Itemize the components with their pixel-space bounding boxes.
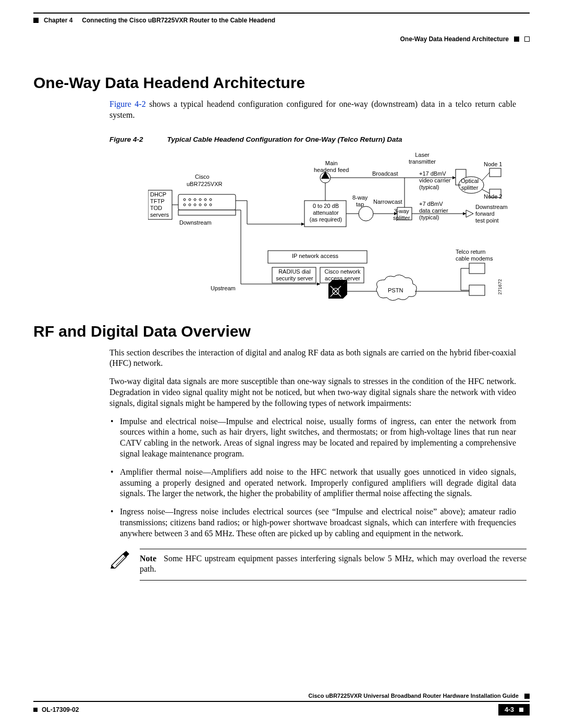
label-model: uBR7225VXR bbox=[187, 181, 223, 188]
page-footer: Cisco uBR7225VXR Universal Broadband Rou… bbox=[33, 693, 530, 715]
section2-para1: This section describes the interaction o… bbox=[109, 348, 516, 369]
svg-rect-1 bbox=[178, 194, 236, 210]
label-video-carrier: +17 dBmV video carrier (typical) bbox=[419, 170, 451, 191]
svg-rect-2 bbox=[178, 210, 236, 215]
header-square-outline-icon bbox=[524, 36, 530, 42]
svg-point-23 bbox=[359, 206, 373, 221]
label-node2: Node 2 bbox=[484, 193, 502, 200]
svg-line-33 bbox=[482, 172, 489, 181]
footer-white-square-icon bbox=[519, 708, 523, 712]
header-square-icon bbox=[33, 18, 39, 23]
figure-reference-link[interactable]: Figure 4-2 bbox=[109, 100, 146, 108]
note-block: NoteSome HFC upstream equipment passes i… bbox=[109, 549, 527, 581]
header-section-title: One-Way Data Headend Architecture bbox=[400, 35, 509, 43]
header-square-icon bbox=[514, 36, 519, 42]
footer-square-icon bbox=[524, 694, 530, 699]
bullet-impulse: Impulse and electrical noise—Impulse and… bbox=[109, 416, 516, 460]
footer-square-icon bbox=[33, 708, 38, 712]
note-text: Some HFC upstream equipment passes inter… bbox=[140, 554, 527, 574]
section1-body: Figure 4-2 shows a typical headend confi… bbox=[109, 99, 516, 121]
section2-body: This section describes the interaction o… bbox=[109, 348, 516, 539]
label-data-carrier: +7 dBmV data carrier (typical) bbox=[419, 201, 448, 221]
figure-number: Figure 4-2 bbox=[109, 135, 143, 143]
section2-para2: Two-way digital data signals are more su… bbox=[109, 376, 516, 409]
label-main-feed: Main headend feed bbox=[314, 160, 349, 174]
label-telco-modems: Telco return cable modems bbox=[456, 249, 493, 262]
bullet-amplifier: Amplifier thermal noise—Amplifiers add n… bbox=[109, 467, 516, 499]
bullet-ingress: Ingress noise—Ingress noise includes ele… bbox=[109, 507, 516, 539]
chapter-number: Chapter 4 bbox=[44, 17, 72, 24]
figure-title: Typical Cable Headend Configuration for … bbox=[167, 135, 402, 143]
label-narrowcast: Narrowcast bbox=[373, 199, 402, 205]
label-attenuator: 0 to 20 dB attenuator (as required) bbox=[307, 203, 345, 224]
label-tap: 8-way tap bbox=[352, 194, 368, 208]
section-heading-oneway: One-Way Data Headend Architecture bbox=[33, 74, 530, 92]
label-node1: Node 1 bbox=[484, 161, 502, 168]
label-laser: Laser transmitter bbox=[409, 152, 436, 165]
page-number-box: 4-3 bbox=[498, 704, 530, 715]
svg-line-34 bbox=[482, 189, 489, 193]
label-broadcast: Broadcast bbox=[372, 170, 398, 177]
page-header: Chapter 4 Connecting the Cisco uBR7225VX… bbox=[33, 13, 530, 24]
figure-diagram: Cisco uBR7225VXR DHCP TFTP TOD servers D… bbox=[148, 149, 503, 305]
svg-rect-48 bbox=[469, 263, 485, 274]
label-cisco-access: Cisco network access server bbox=[322, 268, 363, 282]
label-downstream: Downstream bbox=[179, 219, 212, 226]
footer-book-title: Cisco uBR7225VXR Universal Broadband Rou… bbox=[309, 693, 519, 699]
label-optical-splitter: Optical splitter bbox=[461, 178, 479, 191]
label-upstream: Upstream bbox=[211, 285, 236, 292]
label-cisco: Cisco bbox=[195, 174, 210, 180]
section1-para1-rest: shows a typical headend configuration co… bbox=[109, 100, 516, 119]
label-fwd-test: Downstream forward test point bbox=[475, 204, 508, 225]
figure-caption: Figure 4-2Typical Cable Headend Configur… bbox=[109, 135, 530, 143]
footer-doc-id: OL-17309-02 bbox=[42, 706, 79, 713]
page-number: 4-3 bbox=[505, 706, 514, 713]
label-pstn: PSTN bbox=[388, 287, 403, 294]
note-pencil-icon bbox=[109, 549, 131, 571]
label-ip-access: IP network access bbox=[292, 253, 338, 260]
note-label: Note bbox=[140, 554, 156, 563]
label-splitter3: 3-way splitter bbox=[393, 208, 410, 221]
chapter-title: Connecting the Cisco uBR7225VXR Router t… bbox=[82, 17, 275, 24]
label-servers: DHCP TFTP TOD servers bbox=[150, 191, 169, 219]
section-heading-rf: RF and Digital Data Overview bbox=[33, 323, 530, 340]
svg-rect-49 bbox=[469, 285, 485, 295]
svg-rect-31 bbox=[489, 168, 501, 177]
label-radius: RADIUS dial security server bbox=[275, 268, 314, 282]
label-fig-id: 271672 bbox=[497, 279, 503, 294]
